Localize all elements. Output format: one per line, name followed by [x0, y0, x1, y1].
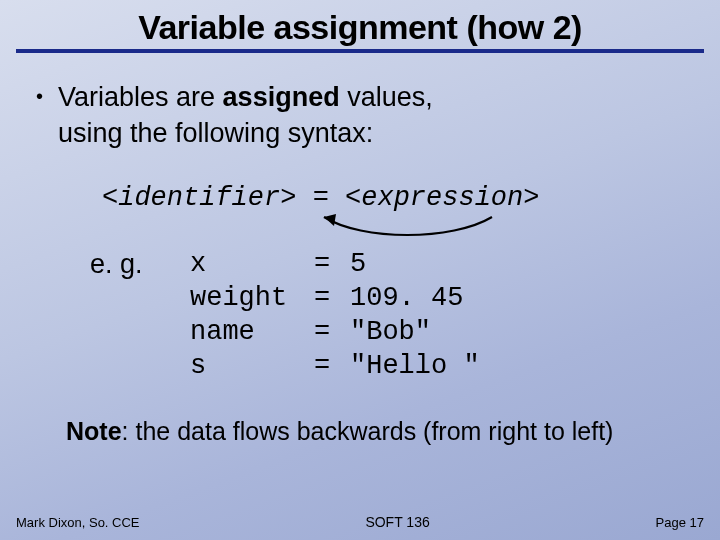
bullet-line1-bold: assigned	[223, 82, 340, 112]
table-row: s = "Hello "	[190, 349, 480, 383]
bullet-line1-pre: Variables are	[58, 82, 223, 112]
table-row: x = 5	[190, 247, 480, 281]
bullet-text: Variables are assigned values, using the…	[58, 79, 433, 151]
ident-cell: x	[190, 247, 314, 281]
expr-cell: 109. 45	[350, 281, 480, 315]
syntax-expression: <expression>	[345, 183, 539, 213]
bullet-line2: using the following syntax:	[58, 118, 373, 148]
eq-cell: =	[314, 281, 350, 315]
syntax-equals: =	[296, 183, 345, 213]
svg-marker-0	[324, 214, 336, 226]
slide-title: Variable assignment (how 2)	[40, 8, 680, 47]
eq-cell: =	[314, 349, 350, 383]
ident-cell: s	[190, 349, 314, 383]
expr-cell: "Hello "	[350, 349, 480, 383]
expr-cell: "Bob"	[350, 315, 480, 349]
note-rest: : the data flows backwards (from right t…	[122, 417, 614, 445]
syntax-template: <identifier> = <expression>	[102, 183, 690, 213]
table-row: weight = 109. 45	[190, 281, 480, 315]
note-text: Note: the data flows backwards (from rig…	[66, 417, 690, 446]
eg-label: e. g.	[90, 247, 190, 280]
table-row: name = "Bob"	[190, 315, 480, 349]
footer-right: Page 17	[656, 515, 704, 530]
ident-cell: weight	[190, 281, 314, 315]
bullet-item: • Variables are assigned values, using t…	[30, 79, 690, 151]
syntax-identifier: <identifier>	[102, 183, 296, 213]
bullet-line1-post: values,	[340, 82, 433, 112]
eq-cell: =	[314, 315, 350, 349]
flow-arrow-icon	[312, 211, 502, 245]
bullet-dot: •	[30, 79, 58, 113]
expr-cell: 5	[350, 247, 480, 281]
eq-cell: =	[314, 247, 350, 281]
examples-block: e. g. x = 5 weight = 109. 45 name = "Bob…	[90, 247, 690, 383]
ident-cell: name	[190, 315, 314, 349]
footer-left: Mark Dixon, So. CCE	[16, 515, 140, 530]
footer: Mark Dixon, So. CCE SOFT 136 Page 17	[0, 514, 720, 530]
footer-center: SOFT 136	[365, 514, 429, 530]
note-bold: Note	[66, 417, 122, 445]
examples-table: x = 5 weight = 109. 45 name = "Bob" s = …	[190, 247, 480, 383]
